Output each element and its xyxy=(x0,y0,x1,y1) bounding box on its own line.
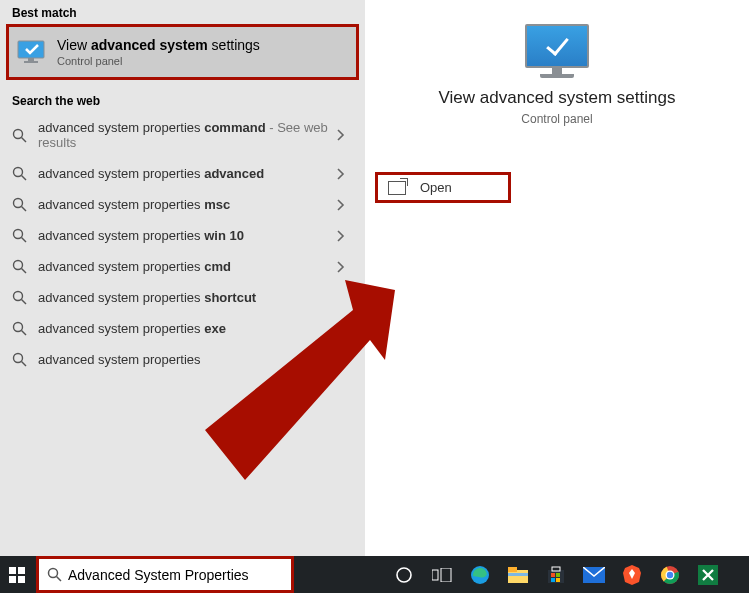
svg-line-6 xyxy=(22,176,27,181)
monitor-check-icon xyxy=(525,24,589,80)
svg-rect-1 xyxy=(28,58,34,61)
web-result-item[interactable]: advanced system properties exe xyxy=(6,313,359,344)
best-match-title: View advanced system settings xyxy=(57,37,260,53)
svg-point-11 xyxy=(14,261,23,270)
svg-line-21 xyxy=(57,577,62,582)
monitor-check-icon xyxy=(17,40,47,64)
microsoft-store-icon[interactable] xyxy=(540,559,572,591)
svg-point-17 xyxy=(14,354,23,363)
svg-rect-2 xyxy=(24,61,38,63)
svg-rect-28 xyxy=(508,573,528,576)
cortana-icon[interactable] xyxy=(388,559,420,591)
detail-title: View advanced system settings xyxy=(365,88,749,108)
chevron-right-icon xyxy=(337,168,353,180)
web-result-text: advanced system properties advanced xyxy=(38,166,337,181)
svg-point-40 xyxy=(667,571,673,577)
search-box-highlight xyxy=(36,556,294,593)
svg-point-22 xyxy=(397,568,411,582)
chevron-right-icon xyxy=(337,199,353,211)
svg-rect-0 xyxy=(18,41,44,58)
brave-icon[interactable] xyxy=(616,559,648,591)
chrome-icon[interactable] xyxy=(654,559,686,591)
excel-icon[interactable] xyxy=(692,559,724,591)
chevron-right-icon xyxy=(337,354,353,366)
svg-line-14 xyxy=(22,300,27,305)
search-icon xyxy=(12,228,30,243)
web-result-item[interactable]: advanced system properties command - See… xyxy=(6,112,359,158)
detail-panel: View advanced system settings Control pa… xyxy=(365,0,749,556)
svg-point-3 xyxy=(14,129,23,138)
chevron-right-icon xyxy=(337,230,353,242)
open-action[interactable]: Open xyxy=(378,175,508,200)
svg-point-13 xyxy=(14,292,23,301)
web-results-list: advanced system properties command - See… xyxy=(0,112,365,375)
chevron-right-icon xyxy=(337,129,353,141)
svg-rect-31 xyxy=(551,573,555,577)
web-result-text: advanced system properties msc xyxy=(38,197,337,212)
search-input[interactable] xyxy=(68,563,268,587)
svg-point-7 xyxy=(14,199,23,208)
search-icon xyxy=(12,197,30,212)
detail-subtitle: Control panel xyxy=(365,112,749,126)
svg-rect-32 xyxy=(556,573,560,577)
search-icon xyxy=(12,128,30,143)
svg-line-8 xyxy=(22,207,27,212)
task-view-icon[interactable] xyxy=(426,559,458,591)
open-icon xyxy=(388,181,406,195)
svg-line-18 xyxy=(22,362,27,367)
search-web-header: Search the web xyxy=(0,88,365,112)
best-match-text: View advanced system settings Control pa… xyxy=(57,37,260,67)
best-match-item[interactable]: View advanced system settings Control pa… xyxy=(9,27,356,77)
web-result-text: advanced system properties cmd xyxy=(38,259,337,274)
svg-line-16 xyxy=(22,331,27,336)
web-result-text: advanced system properties exe xyxy=(38,321,337,336)
taskbar xyxy=(0,556,749,593)
web-result-item[interactable]: advanced system properties advanced xyxy=(6,158,359,189)
search-results-panel: Best match View advanced system settings… xyxy=(0,0,365,556)
web-result-item[interactable]: advanced system properties cmd xyxy=(6,251,359,282)
start-button[interactable] xyxy=(0,556,34,593)
svg-point-9 xyxy=(14,230,23,239)
file-explorer-icon[interactable] xyxy=(502,559,534,591)
web-result-text: advanced system properties xyxy=(38,352,337,367)
svg-point-15 xyxy=(14,323,23,332)
web-result-text: advanced system properties command - See… xyxy=(38,120,337,150)
svg-rect-34 xyxy=(556,578,560,582)
svg-point-20 xyxy=(49,569,58,578)
open-action-highlight: Open xyxy=(375,172,511,203)
taskbar-icons xyxy=(388,559,724,591)
svg-rect-27 xyxy=(508,567,517,572)
svg-point-5 xyxy=(14,168,23,177)
best-match-header: Best match xyxy=(0,0,365,24)
search-icon xyxy=(12,352,30,367)
search-icon xyxy=(12,290,30,305)
web-result-item[interactable]: advanced system properties msc xyxy=(6,189,359,220)
svg-rect-33 xyxy=(551,578,555,582)
svg-line-4 xyxy=(22,137,27,142)
edge-icon[interactable] xyxy=(464,559,496,591)
chevron-right-icon xyxy=(337,261,353,273)
web-result-text: advanced system properties win 10 xyxy=(38,228,337,243)
search-icon xyxy=(47,567,62,582)
svg-line-12 xyxy=(22,269,27,274)
web-result-item[interactable]: advanced system properties xyxy=(6,344,359,375)
open-label: Open xyxy=(420,180,452,195)
web-result-item[interactable]: advanced system properties shortcut xyxy=(6,282,359,313)
svg-line-10 xyxy=(22,238,27,243)
search-icon xyxy=(12,166,30,181)
search-icon xyxy=(12,259,30,274)
svg-rect-24 xyxy=(441,568,451,582)
web-result-item[interactable]: advanced system properties win 10 xyxy=(6,220,359,251)
windows-icon xyxy=(9,567,25,583)
best-match-highlight: View advanced system settings Control pa… xyxy=(6,24,359,80)
web-result-text: advanced system properties shortcut xyxy=(38,290,337,305)
mail-icon[interactable] xyxy=(578,559,610,591)
best-match-subtitle: Control panel xyxy=(57,55,260,67)
search-icon xyxy=(12,321,30,336)
svg-rect-23 xyxy=(432,570,438,580)
